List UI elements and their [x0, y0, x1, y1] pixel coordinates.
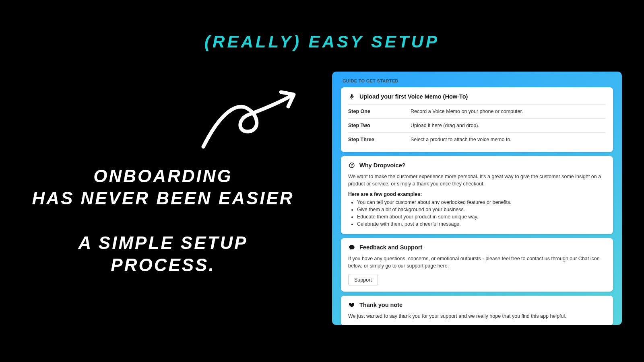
feedback-card: Feedback and Support If you have any que… [341, 238, 613, 291]
why-examples-label: Here are a few good examples: [348, 191, 606, 197]
copy-line-3: A SIMPLE SETUP [14, 232, 312, 254]
howto-card: Upload your first Voice Memo (How-To) St… [341, 87, 613, 152]
list-item: Give them a bit of background on your bu… [357, 207, 606, 212]
why-title: Why Dropvoice? [359, 162, 405, 169]
step-row: Step Two Upload it here (drag and drop). [348, 118, 606, 132]
step-row: Step One Record a Voice Memo on your pho… [348, 104, 606, 118]
list-item: You can tell your customer about any ove… [357, 200, 606, 205]
chat-icon [348, 244, 355, 251]
thanks-body: We just wanted to say thank you for your… [348, 313, 606, 320]
heart-icon [348, 301, 355, 309]
step-label: Step Three [348, 137, 411, 142]
step-label: Step One [348, 109, 411, 114]
arrow-icon [197, 86, 302, 151]
howto-title: Upload your first Voice Memo (How-To) [359, 93, 468, 100]
why-card: Why Dropvoice? We want to make the custo… [341, 156, 613, 234]
support-button[interactable]: Support [348, 274, 378, 286]
step-label: Step Two [348, 123, 411, 128]
app-panel-frame: GUIDE TO GET STARTED Upload your first V… [332, 72, 622, 325]
copy-line-1: ONBOARDING [14, 165, 312, 187]
thanks-card: Thank you note We just wanted to say tha… [341, 296, 613, 325]
copy-line-2: HAS NEVER BEEN EASIER [14, 187, 312, 209]
svg-point-3 [351, 167, 352, 167]
guide-label: GUIDE TO GET STARTED [343, 78, 613, 83]
svg-point-4 [351, 247, 351, 247]
step-desc: Upload it here (drag and drop). [411, 123, 479, 128]
step-row: Step Three Select a product to attach th… [348, 132, 606, 146]
svg-rect-1 [351, 99, 353, 99]
step-desc: Select a product to attach the voice mem… [411, 137, 512, 142]
copy-line-4: PROCESS. [14, 254, 312, 276]
list-item: Celebrate with them, post a cheerful mes… [357, 221, 606, 227]
step-desc: Record a Voice Memo on your phone or com… [411, 109, 523, 114]
feedback-body: If you have any questions, concerns, or … [348, 255, 606, 269]
list-item: Educate them about your product in some … [357, 214, 606, 220]
why-intro: We want to make the customer experience … [348, 173, 606, 187]
feedback-title: Feedback and Support [359, 244, 422, 251]
question-circle-icon [348, 162, 355, 169]
why-examples-list: You can tell your customer about any ove… [348, 200, 606, 227]
svg-rect-0 [351, 98, 352, 99]
svg-point-6 [353, 247, 353, 247]
thanks-title: Thank you note [359, 302, 402, 308]
svg-point-5 [351, 247, 352, 247]
marketing-copy: ONBOARDING HAS NEVER BEEN EASIER A SIMPL… [14, 165, 312, 276]
hero-title: (REALLY) EASY SETUP [204, 32, 440, 51]
microphone-icon [348, 93, 355, 100]
